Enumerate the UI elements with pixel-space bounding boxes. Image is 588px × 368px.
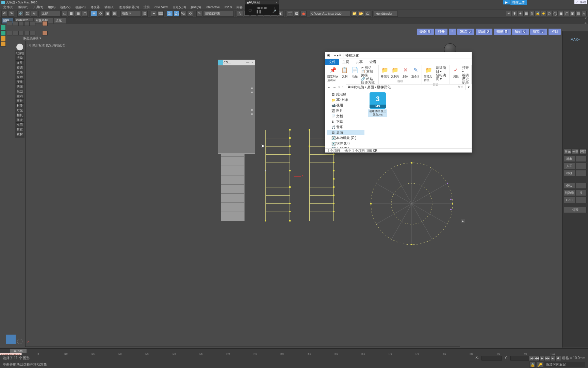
side-btn-r2-5[interactable] (30, 31, 35, 35)
cmd-btn-1[interactable]: 打开 (435, 29, 447, 35)
set-folder-button[interactable]: 📂 (358, 11, 364, 17)
box2-icon[interactable]: ▣ (570, 11, 575, 16)
side-btn-r2-4[interactable] (24, 31, 30, 35)
nav-downloads[interactable]: ⬇下载 (327, 119, 364, 124)
spinner-snap-button[interactable]: ⟲ (187, 11, 193, 17)
side-btn-2[interactable] (13, 21, 18, 26)
ribbon-rename-button[interactable]: ✎重命名 (411, 66, 420, 78)
menu-group[interactable]: 组(G) (46, 5, 58, 10)
left-vbtn-4[interactable] (1, 42, 5, 46)
menu-views[interactable]: 视图(V) (58, 5, 72, 10)
nav-c-drive[interactable]: 💽本地磁盘 (C:) (327, 135, 364, 141)
menu-animation[interactable]: 动画(A) (102, 5, 117, 10)
left-cat-11[interactable]: 材质 (16, 104, 24, 108)
timeline[interactable]: 0 / 100 05 1015 2025 3035 4045 5055 6065… (0, 348, 588, 355)
side-btn-r2-1[interactable] (7, 31, 12, 35)
select-button[interactable]: ▭ (61, 11, 67, 17)
left-vbtn-1[interactable] (1, 25, 5, 30)
cmd-btn-0[interactable]: 硬倒8 (417, 29, 434, 35)
render-setup-button[interactable]: 🎬 (287, 11, 293, 17)
explorer-content[interactable]: 创建楼梯 张三汉化.ms (366, 90, 472, 148)
ribbon-paste-button[interactable]: 📄粘贴 (351, 66, 359, 78)
menu-pm3[interactable]: PM 3 (223, 5, 234, 9)
open-folder-button[interactable]: 📁 (351, 11, 357, 17)
pillar-icon[interactable]: ▯ (529, 11, 535, 16)
badge-play[interactable]: ▶ (503, 0, 510, 4)
cmd-btn-4[interactable]: 扫描0 (494, 29, 511, 35)
nav-pictures[interactable]: 🖼图片 (327, 108, 364, 113)
pivot-button[interactable]: ⊡ (142, 11, 148, 17)
placement-button[interactable]: ⊞ (111, 11, 117, 17)
cmd-btn-2[interactable]: 冻结0 (457, 29, 474, 35)
ribbon-newitem[interactable]: 新建项目 ▾ (436, 66, 447, 73)
recorder-pause-icon[interactable]: ❚❚ (257, 10, 261, 14)
add-time-tag[interactable]: 添加时间标记 (544, 362, 585, 367)
explorer-tab-view[interactable]: 查看 (366, 59, 380, 65)
render-frame-button[interactable]: 🖼 (294, 11, 300, 17)
badge-upload[interactable]: 指挥上传 (510, 0, 527, 5)
particle-icon[interactable]: ✦ (518, 11, 523, 16)
addr-dropdown-icon[interactable]: ▾ (468, 85, 470, 89)
bind-button[interactable]: ≋ (31, 11, 37, 17)
rp-btn-10[interactable] (576, 183, 587, 189)
left-cat-6[interactable]: 变换 (16, 80, 24, 85)
left-cat-2[interactable]: 文件 (16, 61, 24, 65)
playback-play[interactable]: ▶ (540, 356, 544, 361)
bottom-square-button[interactable] (6, 335, 16, 344)
ribbon-edit[interactable]: 编辑 (462, 73, 469, 77)
addr-path[interactable]: 🖥 › 此电脑 › 桌面 › 楼梯汉化 (346, 84, 466, 90)
menu-create[interactable]: 创建(C) (73, 5, 88, 10)
ribbon-open[interactable]: 打开 ▾ (462, 66, 469, 73)
box1-icon[interactable]: ▢ (564, 11, 569, 16)
menu-file[interactable]: 文件(F) (1, 5, 16, 10)
playback-end[interactable]: ▶| (551, 356, 555, 361)
rp-btn-3[interactable]: 对象 (564, 156, 575, 162)
menu-tools[interactable]: 工具(T) (31, 5, 46, 10)
rp-btn-11[interactable]: 到边缘 (564, 190, 575, 196)
light-icon[interactable]: ☀ (506, 11, 511, 16)
left-vbtn-2[interactable] (1, 31, 5, 35)
circle-spline[interactable] (359, 151, 464, 257)
left-cat-1[interactable]: 渲染 (16, 56, 24, 61)
expand-button[interactable]: ▸ (461, 219, 465, 223)
bolt-icon[interactable]: ⚡ (541, 11, 546, 16)
rp-btn-13[interactable]: CAD (564, 197, 575, 203)
recorder-mic-icon[interactable]: 🎤 (272, 10, 276, 14)
rp-btn-15[interactable]: 清理 (564, 207, 587, 213)
rp-btn-6[interactable] (576, 163, 587, 169)
left-cat-7[interactable]: 切面 (16, 85, 24, 89)
keyboard-button[interactable]: ⌨ (158, 11, 164, 17)
menu-content[interactable]: 内容 (234, 5, 245, 10)
menu-scripting[interactable]: 脚本(S) (189, 5, 203, 10)
playback-key[interactable]: ⏺ (556, 356, 561, 361)
cmd-btn-7[interactable]: 挤到 (549, 29, 561, 35)
ribbon-pin-button[interactable]: 📌固定到快速访问 (327, 66, 339, 82)
ribbon-moveto-button[interactable]: 📁移动到 (381, 66, 389, 78)
menu-render[interactable]: 渲染 (142, 5, 152, 10)
box3-icon[interactable]: ▤ (575, 11, 581, 16)
lock-toggle[interactable]: 🔒 (529, 362, 536, 368)
window-crossing-button[interactable]: ◫ (82, 11, 88, 17)
ribbon-delete-button[interactable]: ✕删除 (401, 66, 409, 78)
nav-3d[interactable]: 📁3D 对象 (327, 97, 364, 103)
cs-minimize-icon[interactable]: — (245, 61, 250, 64)
select-name-button[interactable]: ☰ (68, 11, 74, 17)
ribbon-properties-button[interactable]: ✓属性 (452, 66, 460, 78)
bottom-circle-button[interactable] (17, 339, 22, 344)
rp-btn-4[interactable] (576, 156, 587, 162)
ref-coord-dropdown[interactable]: 视图 ▾ (120, 11, 141, 17)
poly-label[interactable]: 多边形建模 ▾ (23, 36, 41, 41)
left-cat-5[interactable]: 显示 (16, 75, 24, 80)
nav-thispc[interactable]: 🖥此电脑 (327, 92, 364, 97)
cmd-btn-5[interactable]: 轴心0 (512, 29, 529, 35)
side-btn-1[interactable] (7, 21, 12, 26)
menu-edit[interactable]: 编辑(E) (16, 5, 31, 10)
mirror-button[interactable]: ⇋ (237, 11, 243, 17)
ribbon-pasteshortcut[interactable]: 🔗 粘贴快捷方式 (361, 77, 376, 85)
ribbon-newfolder-button[interactable]: 📁新建文件夹 (424, 66, 434, 82)
side-btn-r2-6[interactable] (42, 31, 48, 35)
cmd-btn-1b[interactable]: × (449, 29, 456, 35)
left-cat-0[interactable]: ROFS (16, 51, 24, 56)
project-path[interactable]: C:\Users\… Max 2020 (310, 11, 350, 17)
nav-documents[interactable]: 📄文档 (327, 113, 364, 119)
